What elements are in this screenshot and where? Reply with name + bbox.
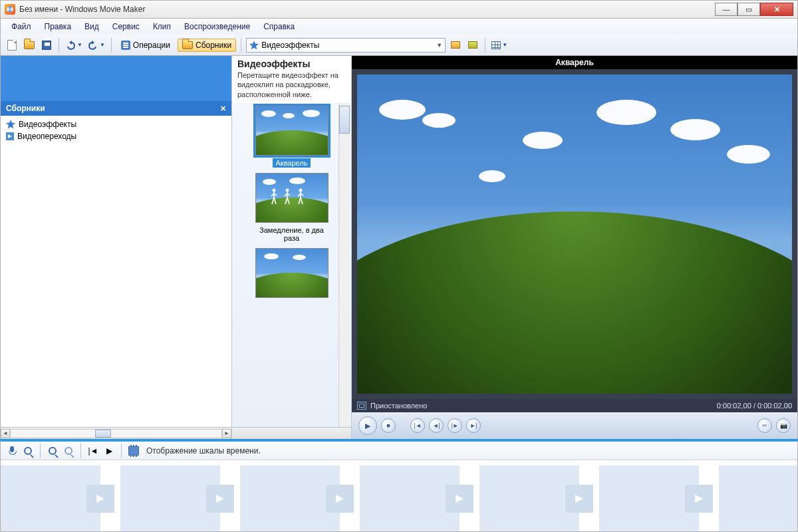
- minimize-button[interactable]: —: [715, 3, 737, 16]
- storyboard-cell[interactable]: [1, 466, 100, 532]
- step-forward-button[interactable]: |►: [448, 418, 462, 433]
- open-folder-icon: [24, 41, 35, 49]
- play-button[interactable]: ▶: [358, 416, 377, 435]
- effects-description: Перетащите видеоэффект на видеоклип на р…: [232, 69, 351, 103]
- sidebar-tree: Видеоэффекты Видеопереходы: [1, 116, 231, 427]
- collections-sidebar: Сборники ✕ Видеоэффекты Видеопереходы ◄ …: [1, 56, 232, 439]
- undo-button[interactable]: ▼: [64, 41, 84, 50]
- menu-edit[interactable]: Правка: [39, 21, 77, 33]
- up-level-button[interactable]: [448, 38, 463, 53]
- split-button[interactable]: ✂: [757, 418, 772, 433]
- maximize-button[interactable]: ▭: [737, 3, 760, 16]
- scroll-right-icon[interactable]: ►: [222, 429, 231, 438]
- chevron-down-icon: ▼: [77, 42, 82, 48]
- zoom-out-button[interactable]: [63, 445, 74, 457]
- titlebar: Без имени - Windows Movie Maker — ▭ ✕: [0, 0, 798, 19]
- microphone-icon: [9, 446, 15, 456]
- tree-item-transitions[interactable]: Видеопереходы: [2, 130, 230, 142]
- open-button[interactable]: [22, 38, 37, 53]
- view-options-button[interactable]: ▼: [490, 41, 509, 49]
- new-button[interactable]: [5, 38, 19, 53]
- step-back-button[interactable]: ◄|: [429, 418, 444, 433]
- preview-panel: Акварель Приостановлено 0:00:02,00 / 0:0…: [352, 56, 797, 439]
- timeline-area: |◄ ▶ Отображение шкалы времени.: [0, 439, 798, 532]
- new-folder-button[interactable]: [466, 38, 480, 53]
- tree-item-effects[interactable]: Видеоэффекты: [2, 118, 230, 130]
- collections-button[interactable]: Сборники: [178, 39, 236, 52]
- menu-help[interactable]: Справка: [258, 21, 300, 33]
- new-folder-icon: [468, 41, 477, 49]
- transition-slot[interactable]: [326, 485, 354, 513]
- zoom-in-icon: [49, 447, 57, 455]
- effect-label: Замедление, в два раза: [249, 225, 335, 243]
- separator: [40, 444, 41, 458]
- storyboard[interactable]: [1, 460, 797, 532]
- narrate-button[interactable]: [6, 445, 18, 457]
- save-icon: [42, 41, 51, 50]
- snapshot-button[interactable]: 📷: [776, 418, 791, 433]
- toolbar: ▼ ▼ Операции Сборники Видеоэффекты ▼ ▼: [0, 35, 798, 56]
- effects-scrollbar[interactable]: [232, 427, 351, 439]
- preview-controls: ▶ ■ |◄ ◄| |► ►| ✂ 📷: [352, 412, 797, 439]
- effect-thumbnail: [255, 248, 329, 298]
- next-clip-button[interactable]: ►|: [466, 418, 481, 433]
- effect-item[interactable]: [249, 248, 335, 307]
- audio-levels-button[interactable]: [22, 445, 34, 457]
- transition-slot[interactable]: [86, 485, 114, 513]
- menu-clip[interactable]: Клип: [148, 21, 176, 33]
- stop-button[interactable]: ■: [381, 418, 396, 433]
- separator: [59, 38, 59, 53]
- timeline-view-button[interactable]: [128, 445, 140, 457]
- effects-combo[interactable]: Видеоэффекты ▼: [246, 38, 446, 53]
- effect-label: [289, 304, 295, 305]
- redo-button[interactable]: ▼: [86, 41, 106, 50]
- storyboard-cell[interactable]: [599, 466, 699, 532]
- grid-icon: [491, 41, 501, 49]
- menu-view[interactable]: Вид: [79, 21, 104, 33]
- chevron-down-icon: ▼: [436, 42, 442, 49]
- sidebar-close-icon[interactable]: ✕: [220, 104, 226, 113]
- folder-icon: [182, 41, 193, 49]
- preview-statusbar: Приостановлено 0:00:02,00 / 0:00:02,00: [352, 399, 797, 412]
- sidebar-header-spacer: [1, 56, 231, 101]
- prev-clip-button[interactable]: |◄: [410, 418, 425, 433]
- scroll-left-icon[interactable]: ◄: [1, 429, 10, 438]
- sidebar-title: Сборники: [6, 104, 45, 113]
- operations-label: Операции: [133, 41, 170, 50]
- svg-point-2: [299, 188, 303, 192]
- svg-point-1: [286, 188, 289, 192]
- save-button[interactable]: [39, 38, 54, 53]
- preview-title: Акварель: [352, 56, 797, 69]
- scroll-thumb[interactable]: [95, 430, 111, 438]
- app-icon: [5, 4, 15, 15]
- effect-thumbnail: [255, 106, 329, 156]
- list-icon: [121, 41, 130, 50]
- sidebar-scrollbar[interactable]: ◄ ►: [1, 427, 231, 439]
- rewind-button[interactable]: |◄: [87, 445, 99, 457]
- separator: [121, 444, 122, 458]
- preview-canvas: [357, 74, 792, 394]
- operations-button[interactable]: Операции: [116, 39, 175, 52]
- effect-item-slowdown[interactable]: Замедление, в два раза: [249, 173, 335, 243]
- close-button[interactable]: ✕: [760, 3, 793, 16]
- transition-slot[interactable]: [565, 485, 593, 513]
- fullscreen-icon[interactable]: [357, 402, 366, 410]
- play-timeline-button[interactable]: ▶: [103, 445, 115, 457]
- transition-slot[interactable]: [685, 485, 713, 513]
- effect-item-watercolor[interactable]: Акварель: [249, 106, 335, 168]
- menu-file[interactable]: Файл: [6, 21, 37, 33]
- menu-play[interactable]: Воспроизведение: [179, 21, 255, 33]
- menu-service[interactable]: Сервис: [107, 21, 145, 33]
- storyboard-cell[interactable]: [240, 466, 340, 532]
- storyboard-cell[interactable]: [479, 466, 579, 532]
- transition-slot[interactable]: [206, 485, 234, 513]
- effect-thumbnail: [255, 173, 329, 223]
- transition-slot[interactable]: [446, 485, 473, 513]
- separator: [485, 38, 485, 53]
- chevron-down-icon: ▼: [100, 42, 105, 48]
- storyboard-cell[interactable]: [719, 466, 797, 532]
- zoom-in-button[interactable]: [47, 445, 59, 457]
- storyboard-cell[interactable]: [360, 466, 460, 532]
- storyboard-cell[interactable]: [120, 466, 220, 532]
- menubar: Файл Правка Вид Сервис Клип Воспроизведе…: [0, 19, 798, 35]
